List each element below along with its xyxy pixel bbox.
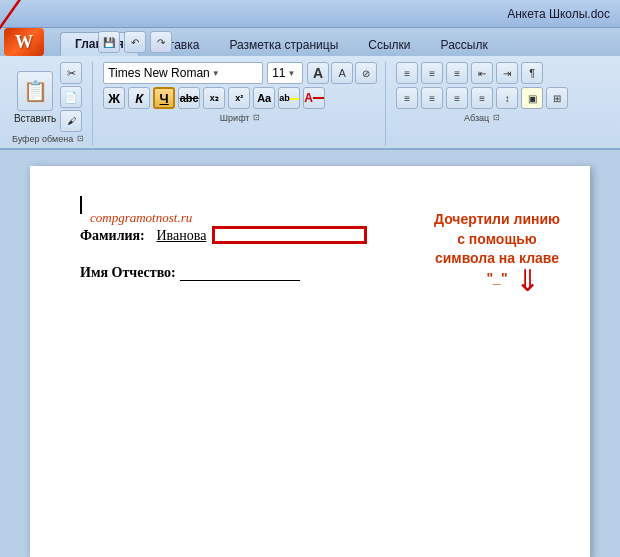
font-group-label: Шрифт	[220, 111, 250, 123]
highlight-color-button[interactable]: ab	[278, 87, 300, 109]
paste-icon: 📋	[17, 71, 53, 111]
font-name-arrow-icon: ▼	[212, 69, 220, 78]
name-underline	[180, 280, 300, 281]
para-row2: ≡ ≡ ≡ ≡ ↕ ▣ ⊞	[396, 87, 568, 109]
font-size-controls: A A ⊘	[307, 62, 377, 84]
office-button[interactable]: W	[4, 28, 44, 56]
decrease-indent-button[interactable]: ⇤	[471, 62, 493, 84]
surname-value: Иванова	[156, 228, 206, 243]
title-text: Анкета Школы.doc	[507, 7, 610, 21]
name-label: Имя Отчество:	[80, 265, 176, 280]
quick-access-toolbar: 💾 ↶ ↷	[48, 28, 178, 56]
increase-indent-button[interactable]: ⇥	[496, 62, 518, 84]
copy-button[interactable]: 📄	[60, 86, 82, 108]
multilevel-button[interactable]: ≡	[446, 62, 468, 84]
tab-references[interactable]: Ссылки	[354, 34, 424, 56]
justify-button[interactable]: ≡	[471, 87, 493, 109]
doc-area: compgramotnost.ru Дочертили линию с помо…	[0, 150, 620, 557]
para-row1: ≡ ≡ ≡ ⇤ ⇥ ¶	[396, 62, 568, 84]
cut-copy-stack: ✂ 📄 🖌	[60, 62, 82, 132]
clipboard-label: Буфер обмена	[12, 132, 73, 144]
paragraph-group-label: Абзац	[464, 111, 489, 123]
underline-button[interactable]: Ч	[153, 87, 175, 109]
underline-box-red	[212, 226, 367, 244]
shading-button[interactable]: ▣	[521, 87, 543, 109]
numbering-button[interactable]: ≡	[421, 62, 443, 84]
office-logo-icon: W	[15, 32, 33, 53]
save-quick-button[interactable]: 💾	[98, 31, 120, 53]
font-color-button[interactable]: A	[303, 87, 325, 109]
align-left-button[interactable]: ≡	[396, 87, 418, 109]
cut-button[interactable]: ✂	[60, 62, 82, 84]
bullets-button[interactable]: ≡	[396, 62, 418, 84]
borders-button[interactable]: ⊞	[546, 87, 568, 109]
font-name-dropdown[interactable]: Times New Roman ▼	[103, 62, 263, 84]
paste-button[interactable]: 📋 Вставить	[14, 71, 56, 124]
doc-paper: compgramotnost.ru Дочертили линию с помо…	[30, 166, 590, 557]
instruction-annotation: Дочертили линию с помощью символа на кла…	[434, 210, 560, 288]
tab-mailings[interactable]: Рассылк	[427, 34, 502, 56]
clipboard-expander[interactable]: ⊡	[77, 134, 84, 143]
paragraph-section: ≡ ≡ ≡ ⇤ ⇥ ¶ ≡ ≡ ≡ ≡ ↕ ▣ ⊞	[396, 62, 568, 109]
show-formatting-button[interactable]: ¶	[521, 62, 543, 84]
font-name-value: Times New Roman	[108, 66, 210, 80]
superscript-button[interactable]: x²	[228, 87, 250, 109]
align-center-button[interactable]: ≡	[421, 87, 443, 109]
font-size-value: 11	[272, 66, 285, 80]
font-size-dropdown[interactable]: 11 ▼	[267, 62, 303, 84]
font-group-expander[interactable]: ⊡	[253, 113, 260, 122]
strikethrough-button[interactable]: abc	[178, 87, 200, 109]
change-case-button[interactable]: Aa	[253, 87, 275, 109]
website-annotation: compgramotnost.ru	[90, 210, 192, 226]
font-row2: Ж К Ч abc x₂ x² Aa ab A	[103, 87, 377, 109]
font-size-down-button[interactable]: A	[331, 62, 353, 84]
surname-label: Фамилия:	[80, 228, 145, 243]
ribbon-content: 📋 Вставить ✂ 📄 🖌 Буфер обмена ⊡ Times	[0, 56, 620, 148]
bold-button[interactable]: Ж	[103, 87, 125, 109]
title-bar: Анкета Школы.doc	[0, 0, 620, 28]
clipboard-group-content: 📋 Вставить ✂ 📄 🖌	[14, 62, 82, 132]
paste-label: Вставить	[14, 113, 56, 124]
subscript-button[interactable]: x₂	[203, 87, 225, 109]
paragraph-group-expander[interactable]: ⊡	[493, 113, 500, 122]
redo-quick-button[interactable]: ↷	[150, 31, 172, 53]
tab-page-layout[interactable]: Разметка страницы	[215, 34, 352, 56]
font-section: Times New Roman ▼ 11 ▼ A A ⊘ Ж К	[103, 62, 377, 109]
line-spacing-button[interactable]: ↕	[496, 87, 518, 109]
font-group: Times New Roman ▼ 11 ▼ A A ⊘ Ж К	[95, 62, 386, 146]
font-size-arrow-icon: ▼	[288, 69, 296, 78]
font-size-up-button[interactable]: A	[307, 62, 329, 84]
format-painter-button[interactable]: 🖌	[60, 110, 82, 132]
align-right-button[interactable]: ≡	[446, 87, 468, 109]
undo-quick-button[interactable]: ↶	[124, 31, 146, 53]
font-row1: Times New Roman ▼ 11 ▼ A A ⊘	[103, 62, 377, 84]
text-cursor	[80, 196, 82, 214]
down-arrow-icon: ⇓	[515, 266, 540, 296]
clear-format-button[interactable]: ⊘	[355, 62, 377, 84]
italic-button[interactable]: К	[128, 87, 150, 109]
clipboard-group: 📋 Вставить ✂ 📄 🖌 Буфер обмена ⊡	[4, 62, 93, 146]
paragraph-group: ≡ ≡ ≡ ⇤ ⇥ ¶ ≡ ≡ ≡ ≡ ↕ ▣ ⊞ Абзац	[388, 62, 576, 146]
